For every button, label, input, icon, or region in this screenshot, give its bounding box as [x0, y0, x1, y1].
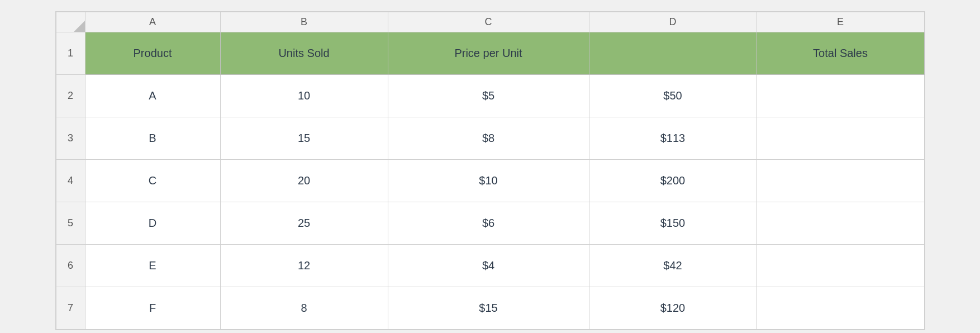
data-cell-r5-c5[interactable]	[757, 202, 924, 245]
data-cell-r3-c1[interactable]: B	[85, 117, 220, 160]
row-num-2: 2	[56, 75, 85, 117]
data-cell-r5-c4[interactable]: $150	[589, 202, 757, 245]
row-num-1: 1	[56, 32, 85, 75]
data-cell-r4-c3[interactable]: $10	[388, 160, 589, 202]
header-cell-d-empty[interactable]	[589, 32, 757, 75]
col-header-a: A	[85, 12, 220, 32]
header-cell-product[interactable]: Product	[85, 32, 220, 75]
data-cell-r2-c4[interactable]: $50	[589, 75, 757, 117]
data-cell-r3-c4[interactable]: $113	[589, 117, 757, 160]
data-cell-r2-c1[interactable]: A	[85, 75, 220, 117]
table-row: 4C20$10$200	[56, 160, 924, 202]
table-row: 2A10$5$50	[56, 75, 924, 117]
header-cell-total-sales[interactable]: Total Sales	[757, 32, 924, 75]
col-header-c: C	[388, 12, 589, 32]
data-cell-r7-c2[interactable]: 8	[220, 287, 388, 330]
data-cell-r3-c3[interactable]: $8	[388, 117, 589, 160]
data-cell-r5-c1[interactable]: D	[85, 202, 220, 245]
table-row: 5D25$6$150	[56, 202, 924, 245]
row-num-3: 3	[56, 117, 85, 160]
data-cell-r4-c5[interactable]	[757, 160, 924, 202]
data-cell-r5-c3[interactable]: $6	[388, 202, 589, 245]
data-cell-r7-c1[interactable]: F	[85, 287, 220, 330]
data-cell-r6-c2[interactable]: 12	[220, 245, 388, 287]
data-header-row: 1 Product Units Sold Price per Unit Tota…	[56, 32, 924, 75]
row-num-4: 4	[56, 160, 85, 202]
row-num-7: 7	[56, 287, 85, 330]
data-cell-r3-c2[interactable]: 15	[220, 117, 388, 160]
table-row: 3B15$8$113	[56, 117, 924, 160]
table-row: 6E12$4$42	[56, 245, 924, 287]
data-cell-r6-c1[interactable]: E	[85, 245, 220, 287]
data-cell-r7-c3[interactable]: $15	[388, 287, 589, 330]
data-cell-r3-c5[interactable]	[757, 117, 924, 160]
corner-cell	[56, 12, 85, 32]
data-cell-r7-c5[interactable]	[757, 287, 924, 330]
data-cell-r2-c2[interactable]: 10	[220, 75, 388, 117]
spreadsheet: A B C D E 1 Product Units Sold Price per…	[55, 11, 925, 330]
column-header-row: A B C D E	[56, 12, 924, 32]
data-cell-r2-c5[interactable]	[757, 75, 924, 117]
data-cell-r6-c4[interactable]: $42	[589, 245, 757, 287]
row-num-5: 5	[56, 202, 85, 245]
col-header-b: B	[220, 12, 388, 32]
data-cell-r2-c3[interactable]: $5	[388, 75, 589, 117]
row-num-6: 6	[56, 245, 85, 287]
table-row: 7F8$15$120	[56, 287, 924, 330]
data-cell-r4-c4[interactable]: $200	[589, 160, 757, 202]
header-cell-price-per-unit[interactable]: Price per Unit	[388, 32, 589, 75]
header-cell-units-sold[interactable]: Units Sold	[220, 32, 388, 75]
data-cell-r7-c4[interactable]: $120	[589, 287, 757, 330]
data-cell-r4-c2[interactable]: 20	[220, 160, 388, 202]
data-cell-r5-c2[interactable]: 25	[220, 202, 388, 245]
data-cell-r6-c3[interactable]: $4	[388, 245, 589, 287]
data-cell-r4-c1[interactable]: C	[85, 160, 220, 202]
col-header-e: E	[757, 12, 924, 32]
col-header-d: D	[589, 12, 757, 32]
data-cell-r6-c5[interactable]	[757, 245, 924, 287]
